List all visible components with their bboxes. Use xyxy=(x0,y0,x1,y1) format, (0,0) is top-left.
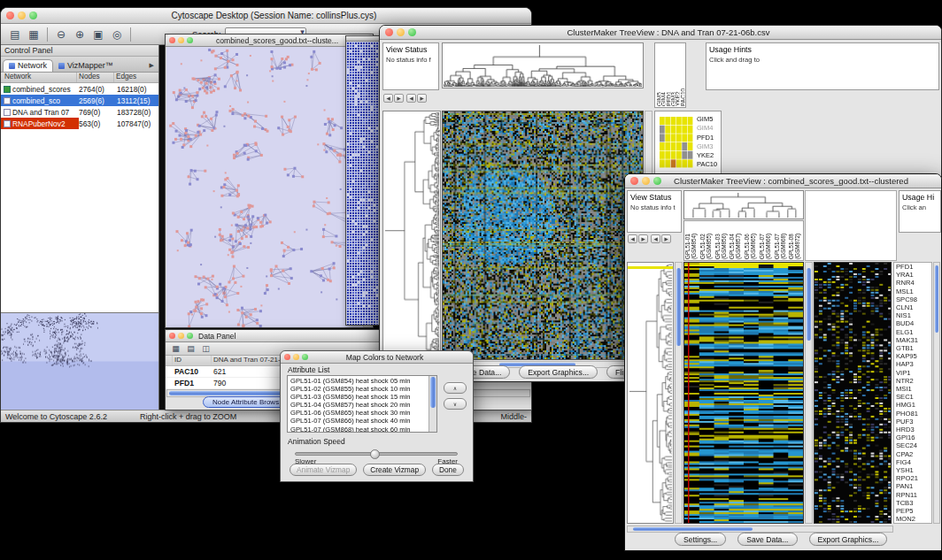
gene-label[interactable]: MSI1 xyxy=(896,385,931,393)
minimize-button[interactable] xyxy=(178,333,184,339)
treeview2-titlebar[interactable]: ClusterMaker TreeView : combined_scores_… xyxy=(625,174,941,188)
gene-label[interactable]: MON2 xyxy=(896,515,931,523)
gene-label[interactable]: RPN11 xyxy=(896,491,931,499)
right-arrow-icon[interactable]: ▶ xyxy=(661,234,671,243)
attribute-list[interactable]: GPL51-01 (GSM854) heat shock 05 minGPL51… xyxy=(287,375,437,433)
gene-label[interactable]: PFD1 xyxy=(896,263,931,271)
minimize-button[interactable] xyxy=(642,177,650,185)
network-list-row[interactable]: DNA and Tran 07 769(0) 183728(0) xyxy=(1,106,158,118)
close-button[interactable] xyxy=(169,333,175,339)
treeview-button[interactable]: Export Graphics... xyxy=(809,533,888,546)
left-arrow-icon[interactable]: ◀ xyxy=(628,234,637,243)
left-arrow-icon[interactable]: ◀ xyxy=(383,94,393,103)
data-panel-icon[interactable]: ▤ xyxy=(184,343,197,354)
network-list-row[interactable]: RNAPuberNov2 563(0) 107847(0) xyxy=(1,118,158,129)
treeview-button[interactable]: Settings... xyxy=(675,533,726,546)
correlation-matrix-canvas[interactable] xyxy=(660,117,693,168)
gene-label[interactable]: CPA2 xyxy=(896,450,931,458)
gene-list-scrollbar[interactable] xyxy=(933,262,940,524)
gene-label[interactable]: VIP1 xyxy=(896,369,931,377)
y-zoom-spinner[interactable]: ◀ ▶ xyxy=(406,94,427,103)
gene-label[interactable]: PHO81 xyxy=(896,410,931,418)
gene-label[interactable]: YSH1 xyxy=(896,466,931,474)
treeview-button[interactable]: Save Data... xyxy=(737,533,797,546)
close-button[interactable] xyxy=(169,37,175,43)
attribute-list-item[interactable]: GPL51-07 (GSM866) heat shock 40 min xyxy=(289,417,428,425)
heatmap-canvas[interactable] xyxy=(683,262,804,524)
secondary-heatmap-canvas[interactable] xyxy=(814,262,892,524)
zoom-window-button[interactable] xyxy=(29,12,37,19)
gene-label[interactable]: PEP5 xyxy=(896,507,931,515)
control-panel-tab[interactable]: Network xyxy=(3,59,53,72)
close-button[interactable] xyxy=(630,177,638,185)
network-overview-canvas[interactable] xyxy=(1,312,158,410)
network-canvas[interactable] xyxy=(166,47,363,327)
tab-overflow-button[interactable]: ▶ xyxy=(150,62,157,72)
dendrogram-vertical-scrollbar[interactable] xyxy=(675,262,683,524)
gene-label[interactable]: SEC1 xyxy=(896,393,931,401)
zoom-window-button[interactable] xyxy=(408,28,416,36)
gene-label[interactable]: CLN1 xyxy=(896,303,931,311)
zoom-window-button[interactable] xyxy=(187,37,193,43)
left-arrow-icon[interactable]: ◀ xyxy=(651,234,660,243)
gene-label[interactable]: HAP3 xyxy=(896,360,931,368)
gene-label[interactable]: HRD3 xyxy=(896,426,931,433)
attribute-list-item[interactable]: GPL51-07 (GSM868) heat shock 60 min xyxy=(289,426,428,433)
right-arrow-icon[interactable]: ▶ xyxy=(394,94,404,103)
toolbar-icon[interactable]: ▦ xyxy=(25,26,42,42)
toolbar-icon[interactable]: ▤ xyxy=(6,26,24,42)
dialog-button[interactable]: Create Vizmap xyxy=(363,464,426,476)
toolbar-icon[interactable]: ⊕ xyxy=(71,26,89,42)
x-zoom-spinner[interactable]: ◀ ▶ xyxy=(383,94,404,103)
attribute-list-item[interactable]: GPL51-02 (GSM855) heat shock 10 min xyxy=(289,385,428,393)
attribute-list-item[interactable]: GPL51-03 (GSM856) heat shock 15 min xyxy=(289,393,428,401)
close-button[interactable] xyxy=(6,12,14,19)
zoom-window-button[interactable] xyxy=(187,333,193,339)
gene-label[interactable]: BUD4 xyxy=(896,319,931,327)
gene-label[interactable]: RPO21 xyxy=(896,474,931,482)
right-arrow-icon[interactable]: ▶ xyxy=(417,94,427,103)
attribute-list-item[interactable]: GPL51-06 (GSM865) heat shock 30 min xyxy=(289,409,428,417)
network-list-row[interactable]: combined_sco 2569(6) 13112(15) xyxy=(1,95,158,106)
gene-label[interactable]: SEC24 xyxy=(896,441,931,449)
toolbar-icon[interactable]: ◎ xyxy=(108,26,126,42)
zoom-window-button[interactable] xyxy=(302,354,308,360)
network-list-row[interactable]: combined_scores 2764(0) 16218(0) xyxy=(1,83,158,95)
gene-label[interactable]: HMG1 xyxy=(896,401,931,409)
data-panel-icon[interactable]: ▦ xyxy=(169,343,182,354)
zoom-window-button[interactable] xyxy=(653,177,661,185)
minimize-button[interactable] xyxy=(178,37,184,43)
slider-thumb[interactable] xyxy=(370,449,380,459)
close-button[interactable] xyxy=(385,28,393,36)
main-titlebar[interactable]: Cytoscape Desktop (Session Name: collins… xyxy=(1,8,531,24)
gene-label[interactable]: FIG4 xyxy=(896,458,931,466)
gene-label[interactable]: KAP95 xyxy=(896,352,931,360)
control-panel-tab[interactable]: VizMapper™ xyxy=(53,60,119,72)
toolbar-icon[interactable]: ⊖ xyxy=(52,26,70,42)
gene-label[interactable]: MAK31 xyxy=(896,336,931,344)
gene-label[interactable]: TCB3 xyxy=(896,499,931,507)
row-dendrogram-canvas[interactable] xyxy=(627,262,674,524)
move-up-button[interactable]: ∧ xyxy=(444,382,467,394)
treeview-button[interactable]: Export Graphics... xyxy=(519,365,598,379)
attribute-list-item[interactable]: GPL51-04 (GSM857) heat shock 20 min xyxy=(289,401,428,409)
minimize-button[interactable] xyxy=(18,12,26,19)
network-frame-titlebar[interactable]: combined_scores_good.txt--cluste... xyxy=(166,35,373,47)
toolbar-icon[interactable]: ▣ xyxy=(89,26,107,42)
list-scrollbar[interactable] xyxy=(429,376,436,432)
move-down-button[interactable]: ∨ xyxy=(444,398,467,410)
gene-label[interactable]: NTR2 xyxy=(896,377,931,385)
left-arrow-icon[interactable]: ◀ xyxy=(406,94,416,103)
column-dendrogram-canvas[interactable] xyxy=(442,42,644,88)
gene-label[interactable]: RNR4 xyxy=(896,279,931,287)
dense-network-canvas[interactable] xyxy=(346,42,380,325)
gene-label[interactable]: PAN1 xyxy=(896,482,931,490)
treeview1-titlebar[interactable]: ClusterMaker TreeView : DNA and Tran 07-… xyxy=(380,26,941,40)
attribute-list-item[interactable]: GPL51-01 (GSM854) heat shock 05 min xyxy=(289,377,428,385)
data-panel-icon[interactable]: ◫ xyxy=(199,343,212,354)
gene-label[interactable]: YRA1 xyxy=(896,271,931,279)
close-button[interactable] xyxy=(284,354,290,360)
gene-label[interactable]: SPC98 xyxy=(896,295,931,303)
minimize-button[interactable] xyxy=(293,354,299,360)
heatmap-canvas[interactable] xyxy=(442,111,644,360)
